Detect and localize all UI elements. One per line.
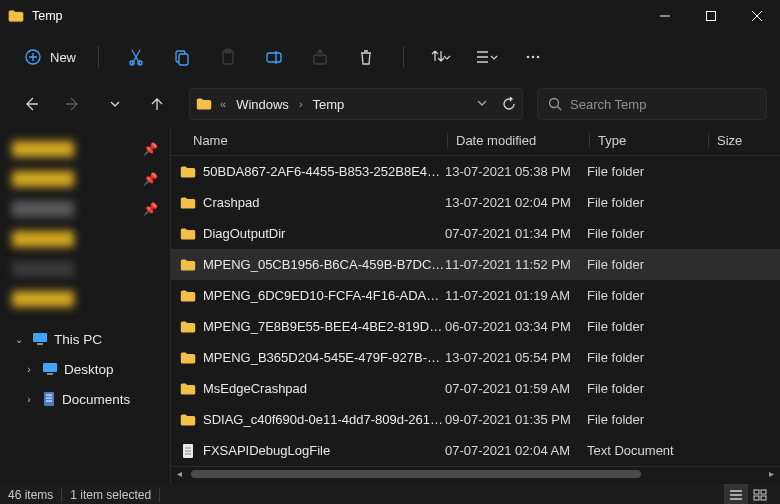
chevron-right-icon[interactable]: ›	[22, 364, 36, 375]
col-name[interactable]: Name	[193, 133, 447, 148]
minimize-button[interactable]	[642, 0, 688, 32]
file-date: 13-07-2021 05:38 PM	[445, 164, 587, 179]
file-row[interactable]: MPENG_05CB1956-B6CA-459B-B7DC-0F... 11-0…	[171, 249, 780, 280]
more-button[interactable]	[512, 36, 554, 78]
breadcrumb-temp[interactable]: Temp	[309, 95, 349, 114]
file-name: DiagOutputDir	[197, 226, 445, 241]
file-row[interactable]: 50BDA867-2AF6-4455-B853-252B8E414777... …	[171, 156, 780, 187]
file-row[interactable]: MPENG_6DC9ED10-FCFA-4F16-ADAE-EA... 11-0…	[171, 280, 780, 311]
file-row[interactable]: SDIAG_c40f690d-0e11-4dd7-809d-261c5c... …	[171, 404, 780, 435]
quick-access-item[interactable]: 📌	[6, 134, 164, 164]
svg-point-10	[527, 56, 530, 59]
copy-button[interactable]	[161, 36, 203, 78]
copy-icon	[173, 48, 191, 66]
col-date[interactable]: Date modified	[447, 133, 589, 148]
search-icon	[548, 97, 562, 111]
file-row[interactable]: MPENG_7E8B9E55-BEE4-4BE2-819D-8BEF... 06…	[171, 311, 780, 342]
cut-button[interactable]	[115, 36, 157, 78]
nav-row: « Windows › Temp	[0, 82, 780, 126]
status-selected: 1 item selected	[70, 488, 151, 502]
file-list: 50BDA867-2AF6-4455-B853-252B8E414777... …	[171, 156, 780, 466]
rename-button[interactable]	[253, 36, 295, 78]
paste-button[interactable]	[207, 36, 249, 78]
quick-access-item[interactable]: 📌	[6, 194, 164, 224]
folder-icon	[196, 97, 212, 111]
col-type[interactable]: Type	[589, 133, 708, 148]
file-pane: Name Date modified Type Size 50BDA867-2A…	[170, 126, 780, 484]
quick-access-item[interactable]: 📌	[6, 254, 164, 284]
tree-label: Desktop	[64, 362, 114, 377]
cut-icon	[127, 48, 145, 66]
details-view-button[interactable]	[724, 484, 748, 504]
svg-rect-0	[707, 12, 716, 21]
folder-icon	[179, 165, 197, 179]
file-date: 06-07-2021 03:34 PM	[445, 319, 587, 334]
folder-icon	[179, 320, 197, 334]
breadcrumb-prev[interactable]: «	[218, 98, 228, 110]
svg-rect-14	[33, 333, 47, 342]
col-size[interactable]: Size	[708, 133, 768, 148]
tree-this-pc[interactable]: ⌄ This PC	[6, 324, 164, 354]
folder-icon	[179, 227, 197, 241]
address-dropdown[interactable]	[476, 97, 488, 111]
folder-icon	[179, 413, 197, 427]
file-type: File folder	[587, 164, 706, 179]
file-name: FXSAPIDebugLogFile	[197, 443, 445, 458]
chevron-down-icon[interactable]: ⌄	[12, 334, 26, 345]
refresh-button[interactable]	[502, 97, 516, 111]
file-name: MPENG_B365D204-545E-479F-927B-5E58...	[197, 350, 445, 365]
file-date: 11-07-2021 11:52 PM	[445, 257, 587, 272]
address-bar[interactable]: « Windows › Temp	[189, 88, 523, 120]
svg-rect-20	[754, 490, 759, 494]
svg-point-12	[537, 56, 540, 59]
view-icon	[475, 48, 499, 66]
desktop-icon	[42, 362, 58, 376]
close-button[interactable]	[734, 0, 780, 32]
documents-icon	[42, 391, 56, 407]
thumbnails-view-button[interactable]	[748, 484, 772, 504]
quick-access-item[interactable]: 📌	[6, 224, 164, 254]
redacted-item	[12, 261, 74, 277]
share-button[interactable]	[299, 36, 341, 78]
file-date: 07-07-2021 01:34 PM	[445, 226, 587, 241]
quick-access-item[interactable]: 📌	[6, 284, 164, 314]
tree-label: This PC	[54, 332, 102, 347]
sort-button[interactable]	[420, 36, 462, 78]
file-row[interactable]: FXSAPIDebugLogFile 07-07-2021 02:04 AM T…	[171, 435, 780, 466]
file-row[interactable]: DiagOutputDir 07-07-2021 01:34 PM File f…	[171, 218, 780, 249]
file-row[interactable]: MsEdgeCrashpad 07-07-2021 01:59 AM File …	[171, 373, 780, 404]
file-row[interactable]: Crashpad 13-07-2021 02:04 PM File folder	[171, 187, 780, 218]
tree-documents[interactable]: › Documents	[6, 384, 164, 414]
file-name: 50BDA867-2AF6-4455-B853-252B8E414777...	[197, 164, 445, 179]
rename-icon	[265, 48, 283, 66]
scroll-thumb[interactable]	[191, 470, 641, 478]
redacted-item	[12, 231, 74, 247]
back-button[interactable]	[13, 86, 49, 122]
file-name: MPENG_7E8B9E55-BEE4-4BE2-819D-8BEF...	[197, 319, 445, 334]
maximize-button[interactable]	[688, 0, 734, 32]
svg-rect-8	[267, 53, 281, 62]
svg-rect-23	[761, 496, 766, 500]
file-name: Crashpad	[197, 195, 445, 210]
svg-rect-18	[44, 392, 54, 406]
new-button[interactable]: New	[18, 48, 82, 66]
svg-rect-5	[179, 54, 188, 65]
horizontal-scrollbar[interactable]: ◂ ▸	[171, 466, 780, 480]
breadcrumb-windows[interactable]: Windows	[232, 95, 293, 114]
quick-access-item[interactable]: 📌	[6, 164, 164, 194]
forward-button[interactable]	[55, 86, 91, 122]
file-type: File folder	[587, 350, 706, 365]
chevron-right-icon[interactable]: ›	[22, 394, 36, 405]
tree-desktop[interactable]: › Desktop	[6, 354, 164, 384]
delete-button[interactable]	[345, 36, 387, 78]
search-input[interactable]	[570, 97, 756, 112]
file-type: File folder	[587, 226, 706, 241]
file-date: 11-07-2021 01:19 AM	[445, 288, 587, 303]
recent-button[interactable]	[97, 86, 133, 122]
view-button[interactable]	[466, 36, 508, 78]
folder-icon	[179, 382, 197, 396]
search-box[interactable]	[537, 88, 767, 120]
up-button[interactable]	[139, 86, 175, 122]
sidebar: 📌📌📌📌📌📌 ⌄ This PC › Desktop › Documents	[0, 126, 170, 484]
file-row[interactable]: MPENG_B365D204-545E-479F-927B-5E58... 13…	[171, 342, 780, 373]
